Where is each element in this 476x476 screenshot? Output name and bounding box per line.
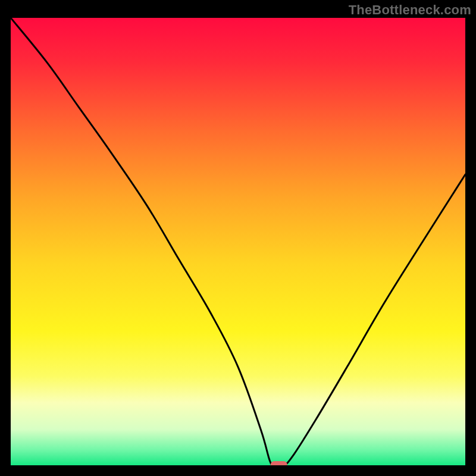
gradient-background <box>11 18 465 465</box>
optimum-marker <box>271 461 287 465</box>
watermark-text: TheBottleneck.com <box>349 2 471 18</box>
plot-area <box>11 18 465 465</box>
chart-frame: TheBottleneck.com <box>0 0 476 476</box>
bottleneck-chart <box>11 18 465 465</box>
